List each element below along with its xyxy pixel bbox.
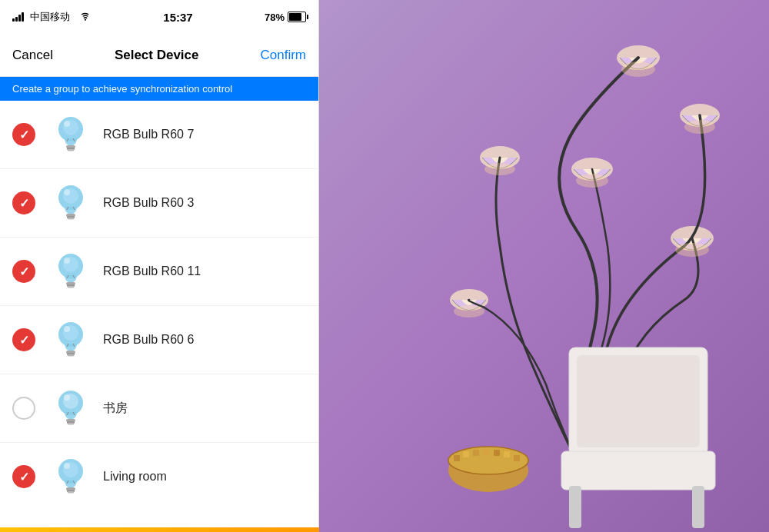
svg-rect-19 [454, 455, 460, 461]
info-banner-text: Create a group to achieve synchronizatio… [12, 83, 232, 95]
signal-bar-4 [22, 12, 24, 22]
wifi-symbol [79, 11, 92, 24]
signal-bars-icon [12, 12, 24, 22]
svg-rect-73 [68, 491, 74, 494]
svg-rect-65 [68, 423, 74, 425]
info-banner: Create a group to achieve synchronizatio… [0, 77, 318, 101]
phone-panel: 中国移动 15:37 78% Cancel Select Device Conf… [0, 0, 319, 532]
bulb-icon [48, 180, 94, 226]
device-checkbox[interactable]: ✓ [12, 328, 35, 351]
svg-point-8 [576, 174, 608, 188]
device-item[interactable]: ✓ Living room [0, 443, 318, 510]
svg-rect-15 [569, 486, 581, 528]
device-name-label: RGB Bulb R60 3 [103, 196, 194, 210]
device-checkbox[interactable] [12, 397, 35, 420]
signal-bar-2 [15, 17, 18, 22]
svg-rect-57 [68, 354, 74, 357]
signal-bar-1 [12, 18, 15, 22]
svg-point-54 [64, 326, 70, 332]
device-item[interactable]: 书房 [0, 374, 318, 443]
svg-point-10 [484, 163, 515, 175]
bulb-icon [48, 248, 94, 294]
chair [554, 332, 754, 532]
status-bar: 中国移动 15:37 78% [0, 0, 318, 34]
bottom-bar [0, 527, 319, 532]
svg-rect-41 [68, 218, 74, 220]
battery-icon [288, 12, 306, 22]
battery-percent: 78% [265, 12, 285, 23]
device-checkbox[interactable]: ✓ [12, 260, 35, 283]
svg-point-38 [64, 189, 70, 195]
status-left: 中国移动 [12, 10, 92, 24]
device-item[interactable]: ✓ RGB Bulb R60 6 [0, 306, 318, 374]
time-display: 15:37 [163, 11, 192, 24]
device-list: ✓ RGB Bulb R60 7✓ [0, 101, 318, 532]
device-name-label: RGB Bulb R60 7 [103, 128, 194, 141]
svg-rect-33 [68, 149, 74, 151]
checkmark-icon: ✓ [19, 264, 29, 279]
device-checkbox[interactable]: ✓ [12, 191, 35, 214]
device-checkbox[interactable]: ✓ [12, 465, 35, 488]
carrier-label: 中国移动 [30, 10, 70, 24]
device-name-label: RGB Bulb R60 11 [103, 264, 201, 278]
svg-rect-23 [494, 450, 500, 456]
device-name-label: RGB Bulb R60 6 [103, 333, 194, 347]
svg-point-27 [85, 18, 86, 20]
svg-rect-49 [68, 286, 74, 288]
bulb-icon [48, 111, 94, 158]
svg-point-62 [64, 394, 70, 401]
bulb-icon [48, 385, 94, 431]
signal-bar-3 [18, 15, 21, 22]
svg-rect-16 [692, 486, 704, 528]
battery-area: 78% [265, 12, 306, 23]
checkmark-icon: ✓ [19, 196, 29, 211]
svg-rect-22 [483, 449, 489, 455]
svg-rect-21 [473, 450, 479, 456]
device-item[interactable]: ✓ RGB Bulb R60 3 [0, 169, 318, 238]
svg-rect-20 [463, 451, 469, 457]
svg-rect-14 [561, 451, 715, 490]
svg-point-9 [675, 243, 709, 257]
svg-point-70 [64, 463, 70, 469]
svg-point-30 [64, 121, 70, 127]
svg-rect-25 [514, 455, 520, 461]
cancel-button[interactable]: Cancel [12, 48, 53, 63]
svg-rect-13 [577, 355, 700, 447]
confirm-button[interactable]: Confirm [260, 48, 306, 63]
svg-point-11 [454, 305, 484, 318]
checkmark-icon: ✓ [19, 128, 29, 142]
checkmark-icon: ✓ [19, 470, 29, 484]
bulb-icon [48, 317, 94, 363]
device-name-label: Living room [103, 470, 167, 484]
bulb-icon [48, 454, 94, 500]
svg-point-46 [64, 258, 70, 264]
device-checkbox[interactable]: ✓ [12, 123, 35, 146]
device-item[interactable]: ✓ RGB Bulb R60 7 [0, 101, 318, 169]
page-title: Select Device [115, 48, 199, 63]
nav-bar: Cancel Select Device Confirm [0, 34, 318, 77]
svg-point-7 [684, 120, 715, 134]
svg-rect-24 [504, 451, 510, 457]
device-name-label: 书房 [103, 401, 128, 417]
bowl [446, 444, 531, 494]
svg-point-6 [621, 62, 655, 77]
checkmark-icon: ✓ [19, 333, 29, 347]
device-item[interactable]: ✓ RGB Bulb R60 11 [0, 238, 318, 306]
battery-fill [289, 13, 301, 21]
